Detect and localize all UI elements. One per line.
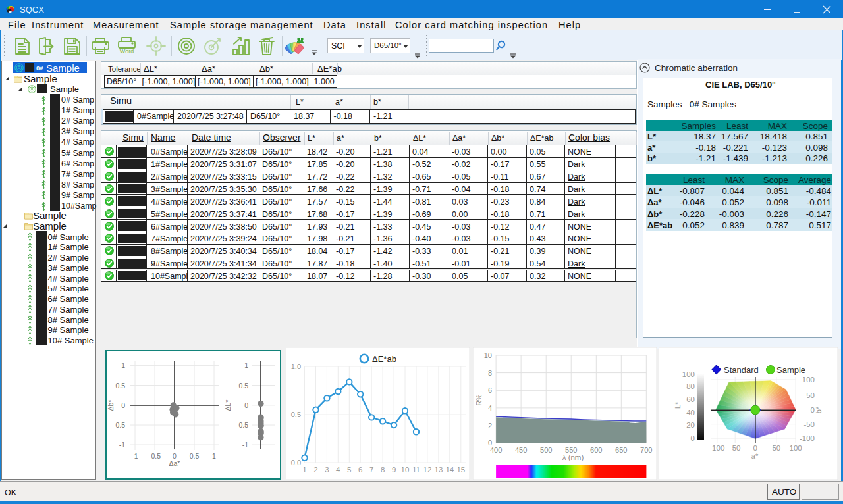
svg-text:4: 4	[336, 466, 340, 474]
svg-text:100: 100	[802, 376, 815, 384]
svg-text:ΔE*ab: ΔE*ab	[372, 354, 396, 364]
svg-text:-1: -1	[132, 452, 138, 460]
svg-text:-100: -100	[800, 434, 815, 442]
svg-text:0: 0	[753, 444, 757, 452]
svg-text:-0.5: -0.5	[149, 452, 161, 460]
svg-text:-1: -1	[242, 441, 248, 449]
svg-text:6: 6	[488, 386, 492, 394]
svg-text:50: 50	[772, 444, 780, 452]
svg-text:1: 1	[212, 452, 216, 460]
svg-text:10: 10	[401, 466, 410, 474]
svg-text:700: 700	[640, 446, 652, 454]
svg-text:b*: b*	[815, 406, 823, 413]
svg-text:8: 8	[381, 466, 385, 474]
svg-text:-0.5: -0.5	[113, 421, 125, 429]
svg-text:12: 12	[423, 466, 432, 474]
svg-text:13: 13	[435, 466, 443, 474]
svg-text:500: 500	[540, 446, 552, 454]
svg-text:0.5: 0.5	[115, 382, 125, 390]
svg-text:Δa*: Δa*	[169, 459, 180, 467]
svg-text:-50: -50	[730, 444, 741, 452]
svg-text:ΔL*: ΔL*	[224, 400, 232, 411]
svg-text:650: 650	[615, 446, 627, 454]
svg-text:-100: -100	[709, 444, 724, 452]
svg-text:0: 0	[121, 401, 125, 409]
svg-text:50: 50	[806, 391, 815, 399]
svg-text:Word: Word	[120, 48, 134, 55]
svg-text:9: 9	[392, 466, 396, 474]
svg-text:3: 3	[325, 466, 329, 474]
svg-text:100: 100	[790, 444, 802, 452]
svg-text:4: 4	[488, 404, 492, 412]
svg-text:-0.5: -0.5	[236, 421, 248, 429]
svg-text:Standard: Standard	[724, 365, 759, 375]
svg-text:0: 0	[691, 434, 695, 442]
svg-text:2: 2	[488, 422, 492, 430]
svg-text:0.5: 0.5	[238, 382, 248, 390]
svg-text:1: 1	[302, 466, 306, 474]
svg-text:5: 5	[347, 466, 351, 474]
svg-text:11: 11	[412, 466, 420, 474]
svg-text:Δb*: Δb*	[107, 400, 115, 411]
svg-text:1: 1	[121, 361, 125, 369]
svg-text:7: 7	[369, 466, 373, 474]
svg-text:6: 6	[358, 466, 362, 474]
svg-text:14: 14	[445, 466, 454, 474]
svg-text:Sample: Sample	[776, 365, 805, 375]
svg-text:1: 1	[244, 361, 248, 369]
svg-text:600: 600	[590, 446, 602, 454]
svg-text:8: 8	[488, 369, 492, 377]
svg-text:100: 100	[682, 370, 695, 378]
svg-text:-1: -1	[119, 441, 125, 449]
svg-text:a*: a*	[751, 452, 759, 460]
svg-text:20: 20	[686, 421, 695, 429]
svg-text:450: 450	[515, 446, 527, 454]
svg-text:L*: L*	[674, 401, 682, 409]
svg-text:0.5: 0.5	[190, 452, 200, 460]
svg-text:R%: R%	[475, 395, 483, 406]
svg-text:60: 60	[686, 395, 695, 403]
svg-text:10: 10	[484, 351, 492, 359]
svg-text:40: 40	[686, 409, 695, 416]
svg-text:0.0: 0.0	[291, 459, 301, 466]
svg-text:400: 400	[490, 446, 502, 454]
svg-text:15: 15	[456, 466, 465, 474]
svg-text:λ (nm): λ (nm)	[562, 453, 584, 461]
svg-text:0: 0	[244, 401, 248, 409]
svg-text:0.5: 0.5	[291, 411, 301, 418]
svg-text:2: 2	[313, 466, 317, 474]
svg-text:1.0: 1.0	[291, 363, 301, 370]
svg-text:-50: -50	[803, 420, 815, 428]
svg-text:80: 80	[686, 382, 695, 390]
